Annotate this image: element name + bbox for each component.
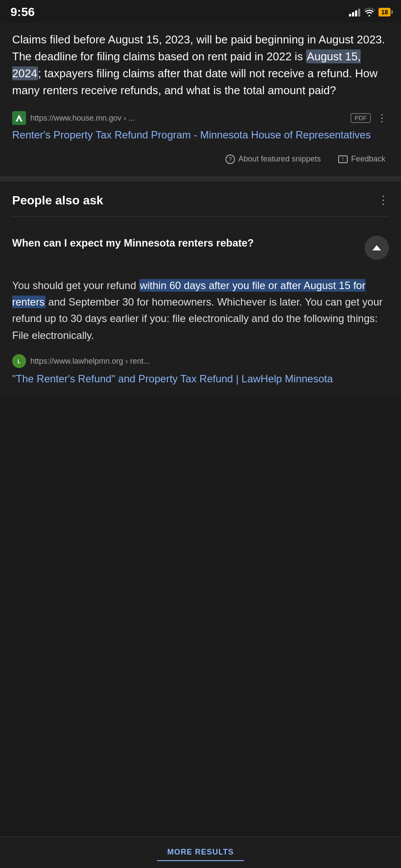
featured-snippet: Claims filed before August 15, 2023, wil… — [0, 23, 401, 176]
source-row: https://www.house.mn.gov › ... PDF ⋮ — [12, 111, 389, 125]
answer-source-row: L https://www.lawhelpmn.org › rent... — [12, 354, 389, 368]
answer-favicon: L — [12, 354, 26, 368]
about-snippets-button[interactable]: ? About featured snippets — [222, 151, 324, 168]
answer-text-before: You should get your refund — [12, 279, 139, 291]
question-text: When can I expect my Minnesota renters r… — [12, 236, 365, 250]
feedback-button[interactable]: Feedback — [335, 151, 389, 167]
source-link[interactable]: Renter's Property Tax Refund Program - M… — [12, 128, 389, 142]
pdf-badge: PDF — [351, 113, 371, 123]
people-also-ask-section: People also ask ⋮ When can I expect my M… — [0, 181, 401, 398]
source-url: https://www.house.mn.gov › ... — [30, 114, 346, 123]
answer-source-url: https://www.lawhelpmn.org › rent... — [30, 357, 150, 366]
mn-logo-icon — [13, 112, 25, 124]
divider-line — [12, 216, 389, 217]
status-icons: 18 — [349, 8, 391, 16]
question-row[interactable]: When can I expect my Minnesota renters r… — [12, 227, 389, 269]
signal-icon — [349, 8, 360, 16]
chevron-up-button[interactable] — [365, 236, 389, 260]
status-time: 9:56 — [10, 5, 35, 19]
source-favicon — [12, 111, 26, 125]
snippet-text: Claims filed before August 15, 2023, wil… — [12, 31, 389, 99]
answer-content: You should get your refund within 60 day… — [12, 269, 389, 398]
status-bar: 9:56 18 — [0, 0, 401, 23]
section-more-options[interactable]: ⋮ — [378, 194, 389, 207]
section-divider — [0, 176, 401, 181]
more-results-button[interactable]: MORE RESULTS — [157, 844, 245, 861]
lawhelp-logo-icon: L — [14, 356, 24, 366]
chevron-up-icon — [372, 245, 381, 250]
svg-marker-0 — [16, 115, 23, 122]
more-options-button[interactable]: ⋮ — [375, 112, 389, 124]
bottom-spacer — [0, 398, 401, 433]
answer-source-link[interactable]: "The Renter's Refund" and Property Tax R… — [12, 372, 389, 386]
snippet-actions: ? About featured snippets Feedback — [12, 151, 389, 168]
svg-text:L: L — [17, 358, 20, 365]
wifi-icon — [364, 8, 375, 16]
feedback-icon — [338, 155, 348, 163]
section-header: People also ask ⋮ — [12, 194, 389, 207]
section-title: People also ask — [12, 194, 103, 207]
more-results-bar: MORE RESULTS — [0, 837, 401, 868]
snippet-text-after: ; taxpayers filing claims after that dat… — [12, 67, 378, 97]
battery-icon: 18 — [378, 8, 391, 16]
question-item: When can I expect my Minnesota renters r… — [12, 227, 389, 398]
answer-text-after: and September 30 for homeowners. Whichev… — [12, 296, 382, 341]
answer-text: You should get your refund within 60 day… — [12, 277, 389, 344]
question-icon: ? — [225, 155, 235, 164]
